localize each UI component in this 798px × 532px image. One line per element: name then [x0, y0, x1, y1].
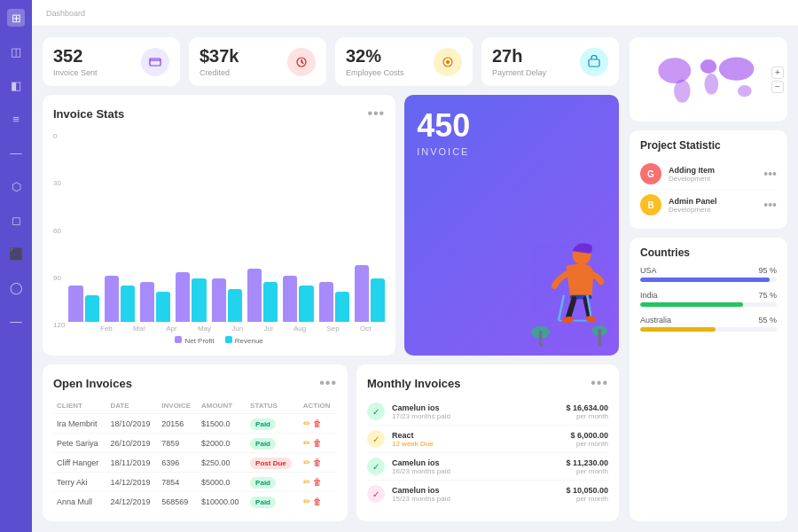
net-profit-bar	[355, 265, 369, 322]
breadcrumb: Dashboard	[46, 9, 85, 18]
sidebar-item-doc[interactable]: ◧	[7, 76, 25, 94]
sidebar-item-menu[interactable]: ≡	[7, 110, 25, 128]
monthly-price: $ 6,000.00	[570, 431, 608, 440]
monthly-sub: 17/23 months paid	[392, 412, 559, 420]
project-name: Admin Panel	[669, 197, 756, 206]
sidebar-item-home[interactable]: ⊞	[7, 9, 25, 27]
svg-rect-4	[589, 59, 599, 66]
sidebar-item-dash[interactable]: —	[7, 144, 25, 161]
stat-invoice-sent: 352 Invoice Sent	[43, 37, 180, 86]
svg-point-18	[700, 59, 716, 74]
country-item: India 75 %	[640, 291, 777, 307]
bar-group	[319, 282, 349, 322]
project-sub: Development	[669, 175, 756, 183]
cell-date: 14/12/2019	[106, 473, 158, 492]
map-zoom-out[interactable]: −	[771, 81, 784, 93]
cell-amount: $2000.0	[198, 434, 246, 453]
monthly-price: $ 10,050.00	[566, 486, 608, 495]
col-client: CLIENT	[53, 398, 106, 414]
cell-client: Terry Aki	[53, 473, 106, 492]
stat-employee-info: 32% Employee Costs	[346, 46, 404, 77]
cell-date: 26/10/2019	[106, 434, 158, 453]
monthly-per: per month	[570, 440, 608, 448]
svg-point-19	[704, 74, 718, 95]
bar-group	[355, 265, 385, 322]
chart-x-labels: Feb Mar Apr May Jun Jul Aug Sep Oct	[86, 322, 385, 332]
cell-status: Paid	[246, 473, 300, 492]
delete-icon[interactable]: 🗑	[313, 497, 322, 506]
cell-action[interactable]: ✏🗑	[300, 414, 337, 434]
cell-invoice: 20156	[158, 414, 198, 434]
sidebar-item-cart[interactable]: ⬡	[7, 177, 25, 195]
cell-action[interactable]: ✏🗑	[300, 492, 337, 512]
stat-credited-info: $37k Credited	[200, 46, 239, 77]
edit-icon[interactable]: ✏	[303, 438, 310, 448]
table-row: Terry Aki 14/12/2019 7854 $5000.0 Paid ✏…	[53, 473, 337, 492]
monthly-info: Camelun ios 15/23 months paid	[392, 486, 559, 503]
sidebar-item-user[interactable]: ◯	[7, 278, 25, 296]
delete-icon[interactable]: 🗑	[313, 477, 322, 487]
invoice-stats-title: Invoice Stats	[53, 107, 124, 121]
monthly-sub: 12 week Due	[392, 440, 563, 448]
progress-fill	[640, 302, 743, 307]
project-statistic-card: Project Statistic G Adding Item Developm…	[630, 130, 787, 229]
map-zoom-in[interactable]: +	[771, 66, 784, 79]
invoice-table-head: CLIENT DATE INVOICE AMOUNT STATUS ACTION	[53, 398, 337, 414]
svg-point-20	[719, 57, 755, 80]
stat-invoice-label: Invoice Sent	[53, 68, 98, 77]
stat-payment-delay: 27h Payment Delay	[481, 37, 619, 86]
delete-icon[interactable]: 🗑	[313, 438, 322, 448]
edit-icon[interactable]: ✏	[303, 477, 310, 487]
edit-icon[interactable]: ✏	[303, 497, 310, 506]
col-status: STATUS	[246, 398, 300, 414]
col-date: DATE	[106, 398, 158, 414]
sidebar-item-layers[interactable]: ⬛	[7, 245, 25, 262]
revenue-bar	[85, 295, 99, 322]
bar-group	[247, 269, 278, 322]
open-invoices-title: Open Invoices	[53, 377, 132, 390]
revenue-bar	[121, 286, 135, 322]
revenue-bar	[192, 278, 206, 322]
promo-figure	[517, 231, 619, 356]
delete-icon[interactable]: 🗑	[313, 458, 322, 467]
project-avatar: G	[640, 163, 661, 184]
check-icon: ✓	[367, 430, 385, 448]
country-item: Australia 55 %	[640, 316, 777, 332]
invoice-stats-menu[interactable]: •••	[367, 106, 385, 121]
bar-group	[105, 276, 135, 323]
country-name: USA	[640, 266, 657, 275]
promo-card: 450 Invoice	[404, 95, 619, 356]
monthly-item: ✓ Camelun ios 17/23 months paid $ 16,634…	[367, 398, 608, 425]
net-profit-bar	[140, 282, 154, 322]
sidebar-item-chart[interactable]: ◫	[7, 43, 25, 60]
cell-invoice: 7854	[158, 473, 198, 492]
edit-icon[interactable]: ✏	[303, 458, 310, 467]
country-header: Australia 55 %	[640, 316, 777, 325]
cell-action[interactable]: ✏🗑	[300, 473, 337, 492]
stat-payment-info: 27h Payment Delay	[492, 46, 546, 77]
cell-action[interactable]: ✏🗑	[300, 453, 337, 473]
col-action: ACTION	[300, 398, 337, 414]
chart-y-axis: 120 90 60 30 0	[53, 129, 65, 332]
project-name: Adding Item	[669, 166, 756, 175]
project-menu[interactable]: •••	[763, 198, 777, 212]
project-menu[interactable]: •••	[763, 167, 777, 181]
monthly-invoices-menu[interactable]: •••	[591, 375, 608, 391]
stats-row: 352 Invoice Sent $37k Credited	[43, 37, 619, 86]
status-badge: Post Due	[250, 458, 292, 469]
countries-card: Countries USA 95 % India 75 % Australia …	[630, 238, 787, 521]
cell-status: Paid	[246, 414, 300, 434]
bar-group	[212, 278, 242, 322]
net-profit-bar	[319, 282, 333, 322]
delete-icon[interactable]: 🗑	[313, 419, 322, 428]
project-item: G Adding Item Development •••	[640, 159, 777, 189]
monthly-sub: 16/23 months paid	[392, 467, 559, 475]
open-invoices-menu[interactable]: •••	[319, 375, 337, 391]
stat-employee-value: 32%	[346, 46, 404, 66]
edit-icon[interactable]: ✏	[303, 419, 310, 428]
sidebar-item-chat[interactable]: ◻	[7, 211, 25, 229]
table-row: Pete Sariya 26/10/2019 7859 $2000.0 Paid…	[53, 434, 337, 453]
revenue-bar	[335, 292, 349, 322]
cell-action[interactable]: ✏🗑	[300, 434, 337, 453]
monthly-item: ✓ React 12 week Due $ 6,000.00 per month	[367, 425, 608, 452]
